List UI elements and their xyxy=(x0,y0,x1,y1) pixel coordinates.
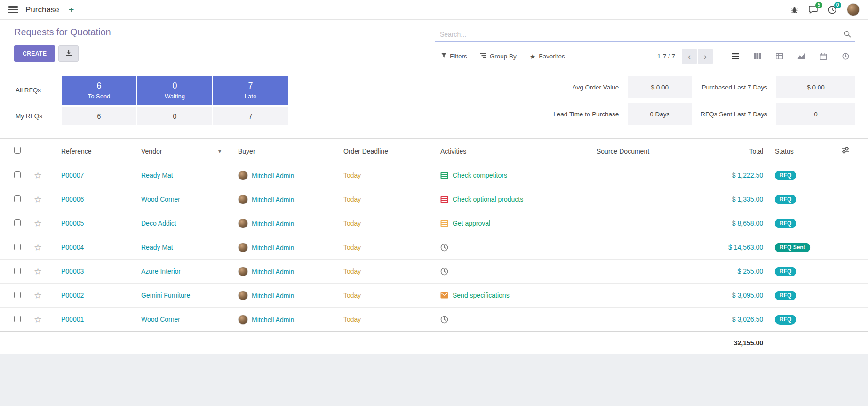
buyer-link[interactable]: Mitchell Admin xyxy=(252,220,294,227)
group-by-icon xyxy=(480,53,486,60)
kpi-late[interactable]: 7Late xyxy=(213,76,288,105)
table-header-row: Reference Vendor▾ Buyer Order Deadline A… xyxy=(0,139,868,163)
star-column-header xyxy=(30,139,57,163)
row-checkbox[interactable] xyxy=(14,292,21,298)
header-order-deadline[interactable]: Order Deadline xyxy=(340,139,437,163)
buyer-link[interactable]: Mitchell Admin xyxy=(252,316,294,324)
header-buyer[interactable]: Buyer xyxy=(234,139,340,163)
select-all-checkbox[interactable] xyxy=(14,147,21,154)
search-input[interactable] xyxy=(435,27,855,42)
table-row[interactable]: ☆ P00005 Deco Addict Mitchell Admin Toda… xyxy=(0,211,868,235)
row-checkbox[interactable] xyxy=(14,244,21,250)
reference-link[interactable]: P00002 xyxy=(61,292,84,299)
kanban-view-button[interactable] xyxy=(747,49,767,64)
favorite-star-icon[interactable]: ☆ xyxy=(34,171,42,180)
create-button[interactable]: CREATE xyxy=(14,45,55,62)
my-kpi-late[interactable]: 7 xyxy=(213,107,288,125)
activity-label[interactable]: Get approval xyxy=(453,219,490,227)
table-row[interactable]: ☆ P00004 Ready Mat Mitchell Admin Today … xyxy=(0,235,868,260)
clock-activity-icon[interactable] xyxy=(440,268,448,276)
buyer-link[interactable]: Mitchell Admin xyxy=(252,292,294,300)
activity-label[interactable]: Send specifications xyxy=(453,292,510,299)
activity-label[interactable]: Check competitors xyxy=(453,171,507,179)
activities-clock-icon[interactable]: 0 xyxy=(828,6,836,14)
kpi-waiting[interactable]: 0Waiting xyxy=(137,76,212,105)
reference-link[interactable]: P00001 xyxy=(61,316,84,323)
messages-icon[interactable]: 5 xyxy=(809,6,818,14)
favorite-star-icon: ★ xyxy=(530,53,536,60)
debug-bug-icon[interactable] xyxy=(790,6,798,14)
total-amount: $ 255.00 xyxy=(738,268,764,275)
favorite-star-icon[interactable]: ☆ xyxy=(34,243,42,252)
pivot-view-button[interactable] xyxy=(769,49,789,64)
favorites-button[interactable]: ★ Favorites xyxy=(530,53,565,60)
activity-label[interactable]: Check optional products xyxy=(453,195,523,203)
clock-activity-icon[interactable] xyxy=(440,316,448,324)
stat-label-lead-time: Lead Time to Purchase xyxy=(553,111,619,118)
header-vendor[interactable]: Vendor▾ xyxy=(137,139,234,163)
app-name[interactable]: Purchase xyxy=(25,5,59,15)
new-tab-button[interactable]: + xyxy=(69,5,74,15)
list-activity-icon[interactable] xyxy=(440,196,448,203)
column-options-icon[interactable] xyxy=(842,147,849,155)
table-row[interactable]: ☆ P00007 Ready Mat Mitchell Admin Today … xyxy=(0,163,868,187)
vendor-link[interactable]: Wood Corner xyxy=(141,316,180,323)
vendor-link[interactable]: Ready Mat xyxy=(141,244,173,251)
header-status[interactable]: Status xyxy=(771,139,823,163)
pager-previous-button[interactable]: ‹ xyxy=(682,49,697,64)
buyer-link[interactable]: Mitchell Admin xyxy=(252,268,294,276)
reference-link[interactable]: P00007 xyxy=(61,171,84,179)
pager-next-button[interactable]: › xyxy=(698,49,713,64)
vendor-link[interactable]: Wood Corner xyxy=(141,195,180,203)
user-avatar[interactable] xyxy=(847,3,860,16)
row-checkbox[interactable] xyxy=(14,171,21,178)
favorite-star-icon[interactable]: ☆ xyxy=(34,315,42,325)
rfq-table-body: ☆ P00007 Ready Mat Mitchell Admin Today … xyxy=(0,163,868,332)
list-activity-icon[interactable] xyxy=(440,172,448,179)
row-checkbox[interactable] xyxy=(14,268,21,274)
vendor-link[interactable]: Deco Addict xyxy=(141,219,176,227)
favorite-star-icon[interactable]: ☆ xyxy=(34,195,42,204)
envelope-activity-icon[interactable] xyxy=(440,292,448,299)
activity-view-button[interactable] xyxy=(836,49,855,64)
reference-link[interactable]: P00003 xyxy=(61,268,84,275)
search-bar xyxy=(435,27,855,42)
vendor-link[interactable]: Ready Mat xyxy=(141,171,173,179)
row-checkbox[interactable] xyxy=(14,316,21,322)
filters-button[interactable]: Filters xyxy=(441,53,467,60)
table-row[interactable]: ☆ P00002 Gemini Furniture Mitchell Admin… xyxy=(0,284,868,308)
table-row[interactable]: ☆ P00006 Wood Corner Mitchell Admin Toda… xyxy=(0,187,868,211)
header-reference[interactable]: Reference xyxy=(57,139,137,163)
reference-link[interactable]: P00005 xyxy=(61,219,84,227)
header-source-document[interactable]: Source Document xyxy=(593,139,680,163)
vendor-link[interactable]: Azure Interior xyxy=(141,268,181,275)
export-button[interactable] xyxy=(58,45,79,62)
apps-menu-icon[interactable] xyxy=(8,6,18,13)
buyer-link[interactable]: Mitchell Admin xyxy=(252,244,294,252)
my-kpi-to-send[interactable]: 6 xyxy=(62,107,136,125)
list-view-button[interactable] xyxy=(725,49,745,64)
favorite-star-icon[interactable]: ☆ xyxy=(34,219,42,228)
my-kpi-waiting[interactable]: 0 xyxy=(137,107,212,125)
source-document-cell xyxy=(593,284,680,308)
table-row[interactable]: ☆ P00003 Azure Interior Mitchell Admin T… xyxy=(0,260,868,284)
list-activity-icon[interactable] xyxy=(440,220,448,227)
reference-link[interactable]: P00004 xyxy=(61,244,84,251)
buyer-link[interactable]: Mitchell Admin xyxy=(252,196,294,203)
favorite-star-icon[interactable]: ☆ xyxy=(34,291,42,300)
buyer-link[interactable]: Mitchell Admin xyxy=(252,172,294,179)
activities-badge: 0 xyxy=(834,2,841,8)
row-checkbox[interactable] xyxy=(14,219,21,226)
calendar-view-button[interactable] xyxy=(813,49,833,64)
vendor-link[interactable]: Gemini Furniture xyxy=(141,292,190,299)
header-activities[interactable]: Activities xyxy=(437,139,593,163)
kpi-to-send[interactable]: 6To Send xyxy=(62,76,136,105)
table-row[interactable]: ☆ P00001 Wood Corner Mitchell Admin Toda… xyxy=(0,308,868,332)
header-total[interactable]: Total xyxy=(680,139,771,163)
reference-link[interactable]: P00006 xyxy=(61,195,84,203)
group-by-button[interactable]: Group By xyxy=(480,53,517,60)
favorite-star-icon[interactable]: ☆ xyxy=(34,267,42,276)
graph-view-button[interactable] xyxy=(791,49,811,64)
row-checkbox[interactable] xyxy=(14,195,21,202)
clock-activity-icon[interactable] xyxy=(440,244,448,252)
